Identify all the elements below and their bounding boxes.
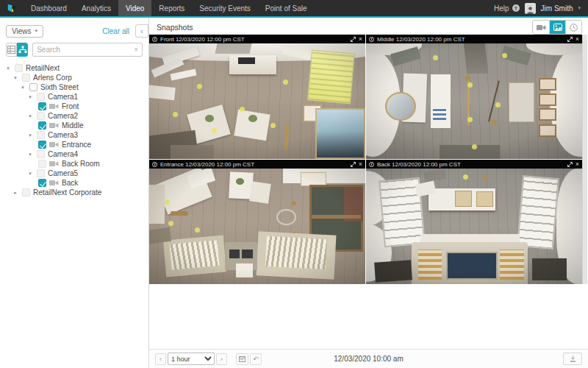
interval-next-button[interactable]: ›: [216, 353, 227, 365]
search-input[interactable]: [37, 46, 134, 54]
checkbox-checked[interactable]: [38, 121, 46, 130]
tree-item-retailnext-corporate[interactable]: ▸ RetailNext Corporate: [0, 188, 148, 197]
retailnext-logo-icon[interactable]: [0, 0, 24, 16]
nav-item-video[interactable]: Video: [118, 0, 151, 16]
camera-icon: [49, 141, 59, 148]
tree-item-entrance[interactable]: Entrance: [0, 140, 148, 149]
tree-item-camera1[interactable]: ▾ Camera1: [0, 92, 148, 102]
expand-icon[interactable]: [351, 37, 356, 42]
expand-icon[interactable]: [351, 162, 356, 167]
expand-arrow-icon[interactable]: ▾: [26, 130, 34, 140]
tree-item-camera5[interactable]: ▾ Camera5: [0, 169, 148, 178]
info-icon[interactable]: i: [152, 162, 157, 167]
info-icon[interactable]: i: [369, 162, 374, 167]
tree-item-arlens-corp[interactable]: ▾ Arlens Corp: [0, 73, 148, 82]
views-caret-icon: ▾: [35, 28, 38, 34]
tile-back-header: i Back 12/03/2020 12:00 pm CST ×: [366, 160, 582, 169]
clock-history-button[interactable]: [565, 21, 581, 34]
checkbox[interactable]: [22, 188, 30, 197]
tree-item-back-room[interactable]: Back Room: [0, 159, 148, 169]
view-mode-toolbar: [532, 20, 582, 35]
checkbox[interactable]: [15, 64, 23, 72]
info-icon[interactable]: i: [152, 37, 157, 42]
checkbox-partial[interactable]: [29, 83, 37, 91]
search-clear-icon[interactable]: ×: [134, 46, 138, 54]
tile-front-title: Front 12/03/2020 12:00 pm CST: [160, 36, 245, 43]
info-icon[interactable]: i: [369, 37, 374, 42]
interval-select[interactable]: 1 hour: [168, 353, 215, 365]
expand-icon[interactable]: [567, 162, 573, 167]
snapshot-mode-button[interactable]: [549, 21, 565, 34]
app: Dashboard Analytics Video Reports Securi…: [0, 0, 588, 368]
expand-arrow-icon[interactable]: ▾: [4, 63, 12, 73]
scrollbar-gutter[interactable]: [582, 35, 587, 284]
camera-icon: [49, 122, 59, 129]
expand-arrow-icon[interactable]: ▾: [12, 73, 19, 82]
checkbox[interactable]: [37, 93, 45, 101]
tree-item-middle[interactable]: Middle: [0, 121, 148, 130]
checkbox[interactable]: [37, 131, 45, 139]
checkbox[interactable]: [37, 169, 45, 177]
checkbox[interactable]: [38, 160, 46, 168]
checkbox[interactable]: [22, 74, 30, 82]
tree-view-toggle-button[interactable]: [17, 43, 28, 57]
expand-arrow-icon[interactable]: ▾: [26, 111, 34, 121]
user-menu-caret-icon[interactable]: ▾: [578, 5, 581, 11]
checkbox[interactable]: [37, 150, 45, 158]
tree-item-camera3[interactable]: ▾ Camera3: [0, 130, 148, 140]
collapse-panel-button[interactable]: ‹: [135, 24, 148, 38]
calendar-button[interactable]: [236, 353, 248, 365]
camera-icon: [49, 180, 59, 186]
expand-icon[interactable]: [567, 37, 573, 42]
help-link[interactable]: Help ?: [494, 4, 520, 13]
avatar[interactable]: [525, 3, 536, 14]
tree-item-retailnext[interactable]: ▾ RetailNext: [0, 63, 148, 73]
tree-item-back[interactable]: Back: [0, 178, 148, 188]
current-datetime: 12/03/2020 10:00 am: [334, 355, 404, 363]
main-area: Snapshots: [149, 18, 588, 368]
checkbox-checked[interactable]: [38, 102, 46, 110]
checkbox-checked[interactable]: [38, 179, 46, 187]
tree-item-sixth-street[interactable]: ▾ Sixth Street: [0, 82, 148, 92]
close-icon[interactable]: ×: [359, 36, 362, 43]
help-label: Help: [494, 4, 509, 13]
nav-item-point-of-sale[interactable]: Point of Sale: [258, 0, 315, 16]
clear-all-link[interactable]: Clear all: [102, 27, 135, 35]
reset-time-button[interactable]: ↶: [250, 353, 262, 365]
tree-item-camera4[interactable]: ▾ Camera4: [0, 149, 148, 159]
expand-arrow-icon[interactable]: ▾: [26, 92, 34, 102]
close-icon[interactable]: ×: [576, 36, 579, 43]
camera-snapshot-middle[interactable]: [366, 43, 582, 159]
user-name[interactable]: Jim Smith: [541, 4, 573, 13]
empty-area: [149, 284, 588, 349]
tile-middle-header: i Middle 12/03/2020 12:00 pm CST ×: [366, 35, 582, 43]
download-button[interactable]: [563, 353, 582, 365]
tile-back: i Back 12/03/2020 12:00 pm CST ×: [366, 160, 582, 284]
nav-item-analytics[interactable]: Analytics: [74, 0, 118, 16]
tree-item-front[interactable]: Front: [0, 102, 148, 111]
fisheye-vignette: [366, 169, 582, 284]
nav-item-dashboard[interactable]: Dashboard: [24, 0, 74, 16]
interval-prev-button[interactable]: ‹: [155, 353, 166, 365]
list-view-toggle-button[interactable]: [6, 43, 17, 57]
camera-snapshot-front[interactable]: [149, 43, 365, 159]
tree-item-camera2[interactable]: ▾ Camera2: [0, 111, 148, 121]
camera-snapshot-back[interactable]: [366, 169, 582, 284]
expand-arrow-icon[interactable]: ▾: [26, 149, 34, 159]
tile-middle-title: Middle 12/03/2020 12:00 pm CST: [377, 36, 465, 43]
views-dropdown-button[interactable]: Views ▾: [6, 25, 43, 38]
close-icon[interactable]: ×: [359, 161, 362, 168]
fisheye-vignette: [366, 43, 582, 159]
video-mode-button[interactable]: [533, 21, 549, 34]
page-title: Snapshots: [157, 23, 193, 32]
checkbox-checked[interactable]: [38, 141, 46, 149]
nav-item-reports[interactable]: Reports: [151, 0, 192, 16]
nav-item-security-events[interactable]: Security Events: [192, 0, 257, 16]
expand-arrow-icon[interactable]: ▾: [26, 169, 34, 178]
tile-entrance-title: Entrance 12/03/2020 12:00 pm CST: [160, 161, 254, 168]
camera-snapshot-entrance[interactable]: [149, 169, 365, 284]
collapse-arrow-icon[interactable]: ▸: [12, 188, 19, 197]
expand-arrow-icon[interactable]: ▾: [19, 82, 26, 92]
checkbox[interactable]: [37, 112, 45, 120]
close-icon[interactable]: ×: [576, 161, 579, 168]
